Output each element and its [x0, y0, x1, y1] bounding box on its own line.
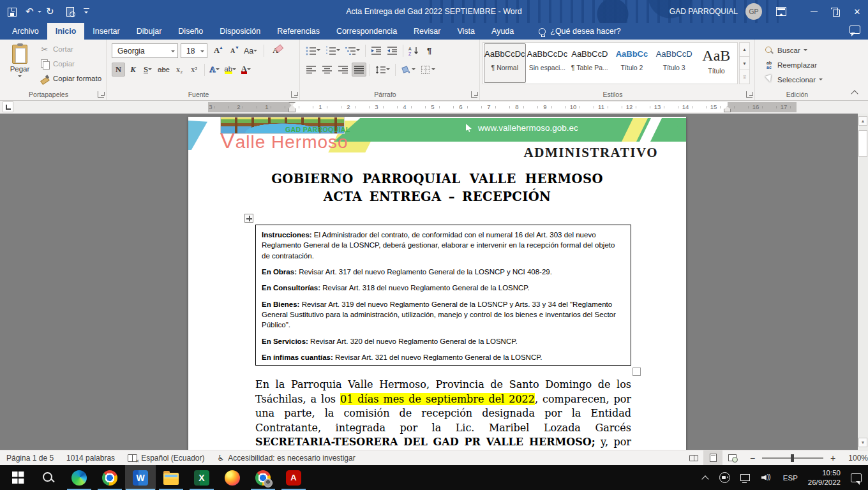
italic-button[interactable]: K [126, 63, 140, 77]
ribbon-display-options-button[interactable] [776, 7, 786, 16]
action-center-icon[interactable] [851, 473, 862, 482]
table-resize-handle[interactable] [632, 368, 641, 376]
copy-button[interactable]: Copiar [37, 57, 104, 71]
taskbar-excel[interactable] [186, 465, 217, 490]
tab-disposición[interactable]: Disposición [211, 23, 269, 40]
tab-revisar[interactable]: Revisar [405, 23, 449, 40]
font-size-combo[interactable] [181, 43, 207, 58]
line-spacing-button[interactable] [373, 63, 392, 77]
meet-now-icon[interactable] [719, 472, 730, 483]
strikethrough-button[interactable]: abc [156, 63, 172, 77]
restore-button[interactable] [825, 0, 846, 23]
font-family-input[interactable] [116, 46, 170, 56]
customize-quick-access-icon[interactable] [83, 6, 91, 17]
word-count[interactable]: 1014 palabras [60, 450, 121, 466]
print-preview-icon[interactable] [66, 7, 74, 17]
style-sinespaci[interactable]: AaBbCcDcSin espaci... [527, 43, 569, 83]
dialog-launcher-font[interactable] [291, 91, 297, 98]
format-painter-button[interactable]: Copiar formato [37, 71, 104, 85]
change-case-button[interactable]: Aa [242, 44, 259, 58]
taskbar-chrome-profile[interactable] [248, 465, 278, 490]
cut-button[interactable]: Cortar [37, 42, 104, 56]
styles-scroll-up-button[interactable]: ▲ [739, 42, 750, 57]
tab-referencias[interactable]: Referencias [269, 23, 328, 40]
accessibility-status[interactable]: ♿ Accesibilidad: es necesario investigar [211, 450, 362, 466]
ruler[interactable]: 3211234567891011121314151617 [208, 102, 797, 112]
styles-more-button[interactable]: ⍗ [739, 70, 750, 84]
decrease-indent-button[interactable] [369, 43, 384, 57]
avatar[interactable]: GP [745, 3, 762, 20]
zoom-level[interactable]: 100% [844, 454, 868, 463]
dialog-launcher-paragraph[interactable] [471, 91, 477, 98]
page-count[interactable]: Página 1 de 5 [0, 450, 60, 466]
collapse-ribbon-button[interactable] [851, 90, 859, 95]
close-button[interactable] [846, 0, 868, 23]
taskbar-chrome[interactable] [94, 465, 125, 490]
web-layout-button[interactable] [722, 450, 742, 466]
network-icon[interactable] [740, 473, 751, 482]
font-family-combo[interactable] [112, 43, 178, 58]
tab-diseño[interactable]: Diseño [170, 23, 211, 40]
sort-button[interactable]: AZ [407, 43, 421, 57]
text-highlight-button[interactable]: ab [223, 63, 238, 77]
taskbar-word[interactable] [125, 465, 156, 490]
shrink-font-button[interactable]: A [226, 44, 239, 58]
scroll-down-button[interactable] [858, 438, 867, 447]
font-size-input[interactable] [185, 46, 199, 56]
zoom-out-button[interactable]: − [748, 454, 757, 463]
tab-ayuda[interactable]: Ayuda [483, 23, 522, 40]
underline-button[interactable]: S [141, 63, 154, 77]
scroll-up-button[interactable] [858, 116, 867, 126]
align-left-button[interactable] [304, 63, 318, 77]
redo-icon[interactable] [46, 6, 57, 17]
dialog-launcher-clipboard[interactable] [98, 91, 104, 98]
tab-inicio[interactable]: Inicio [47, 23, 85, 40]
style-título3[interactable]: AaBbCcDTítulo 3 [654, 43, 695, 83]
tray-expand-icon[interactable] [701, 475, 709, 481]
style-normal[interactable]: AaBbCcDc¶ Normal [484, 43, 526, 83]
undo-icon[interactable] [26, 6, 37, 17]
bold-button[interactable]: N [112, 63, 125, 77]
language-indicator[interactable]: ESP [783, 474, 798, 482]
scrollbar-thumb[interactable] [858, 130, 867, 157]
tab-vista[interactable]: Vista [449, 23, 483, 40]
taskbar-edge[interactable] [64, 465, 94, 490]
save-icon[interactable] [8, 8, 17, 17]
tab-correspondencia[interactable]: Correspondencia [328, 23, 405, 40]
print-layout-button[interactable] [703, 450, 722, 466]
justify-button[interactable] [352, 63, 366, 77]
shading-button[interactable] [399, 63, 417, 77]
table-move-handle[interactable] [244, 214, 253, 223]
taskbar-explorer[interactable] [156, 465, 186, 490]
style-título2[interactable]: AaBbCcTítulo 2 [611, 43, 652, 83]
volume-icon[interactable] [761, 473, 773, 482]
multilevel-list-button[interactable] [343, 43, 362, 57]
tab-dibujar[interactable]: Dibujar [128, 23, 170, 40]
taskbar-firefox[interactable] [217, 465, 248, 490]
vertical-scrollbar[interactable] [858, 114, 868, 450]
tab-archivo[interactable]: Archivo [4, 23, 47, 40]
superscript-button[interactable]: x² [188, 63, 201, 77]
account-name[interactable]: GAD PARROQUIAL [670, 7, 738, 16]
feedback-icon[interactable] [849, 26, 860, 34]
borders-button[interactable] [419, 63, 437, 77]
dialog-launcher-styles[interactable] [746, 91, 752, 98]
style-título[interactable]: AaBTítulo [696, 43, 737, 83]
clock[interactable]: 10:50 26/9/2022 [808, 468, 841, 487]
text-effects-button[interactable]: A [208, 63, 221, 77]
zoom-slider-thumb[interactable] [791, 454, 794, 462]
instructions-box[interactable]: Instrucciones: El Administrador del cont… [255, 225, 631, 366]
increase-indent-button[interactable] [385, 43, 400, 57]
clear-formatting-button[interactable] [269, 44, 282, 58]
tab-insertar[interactable]: Insertar [84, 23, 128, 40]
zoom-slider[interactable] [762, 457, 823, 459]
replace-button[interactable]: Reemplazar [761, 58, 825, 72]
zoom-in-button[interactable]: + [828, 454, 837, 463]
proofing-status[interactable]: Español (Ecuador) [121, 450, 211, 466]
show-marks-button[interactable]: ¶ [423, 43, 436, 57]
numbered-list-button[interactable] [324, 43, 342, 57]
grow-font-button[interactable]: A [210, 44, 223, 58]
select-button[interactable]: Seleccionar [761, 73, 825, 87]
align-right-button[interactable] [336, 63, 350, 77]
tell-me-box[interactable]: ¿Qué desea hacer? [539, 23, 621, 40]
